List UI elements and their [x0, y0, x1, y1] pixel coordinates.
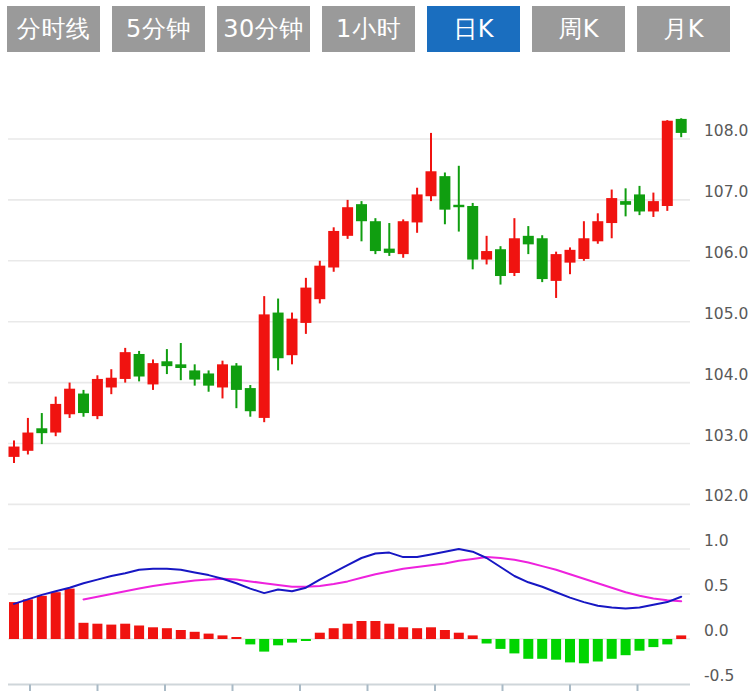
macd-hist-bar: [398, 627, 408, 639]
candle-wick: [458, 166, 460, 232]
candle: [342, 200, 353, 239]
candle-body: [467, 206, 478, 260]
candle-body: [259, 314, 270, 418]
tab-minute-line[interactable]: 分时线: [7, 6, 100, 52]
macd-hist-bar: [454, 633, 464, 639]
price-axis-label: 104.0: [704, 366, 748, 384]
price-axis-label: 103.0: [704, 427, 748, 445]
macd-hist-bar: [523, 639, 533, 659]
tab-1hour[interactable]: 1小时: [322, 6, 415, 52]
candle: [426, 133, 437, 201]
candle: [203, 370, 214, 391]
candle: [300, 278, 311, 334]
macd-histogram: [9, 589, 686, 664]
tab-daily-k[interactable]: 日K: [427, 6, 520, 52]
candle: [523, 226, 534, 254]
macd-hist-bar: [343, 624, 353, 639]
candle: [78, 390, 89, 417]
candle-body: [565, 250, 576, 263]
candle-body: [161, 361, 172, 366]
candle: [106, 369, 117, 394]
candle: [412, 188, 423, 233]
candle-body: [50, 404, 61, 433]
macd-axis-label: 0.5: [704, 577, 729, 595]
macd-axis-label: 0.0: [704, 622, 729, 640]
candle: [370, 218, 381, 254]
macd-hist-bar: [426, 627, 436, 639]
tab-5min[interactable]: 5分钟: [112, 6, 205, 52]
candle-body: [439, 176, 450, 209]
candle-body: [328, 231, 339, 268]
candle-body: [300, 288, 311, 323]
price-axis-labels: 108.0107.0106.0105.0104.0103.0102.0: [704, 122, 748, 505]
macd-axis-label: -0.5: [704, 667, 734, 685]
candle-body: [148, 363, 159, 384]
candle-body: [509, 238, 520, 273]
price-axis-label: 102.0: [704, 487, 748, 505]
candle-body: [92, 379, 103, 416]
candle: [287, 313, 298, 365]
candle: [509, 218, 520, 276]
candle-body: [78, 394, 89, 413]
interval-tabbar: 分时线5分钟30分钟1小时日K周K月K: [7, 6, 730, 52]
candle-body: [370, 221, 381, 251]
candle-body: [314, 266, 325, 299]
candle: [467, 203, 478, 269]
tab-weekly-k[interactable]: 周K: [532, 6, 625, 52]
candle-body: [537, 238, 548, 279]
macd-hist-bar: [120, 624, 130, 639]
candle-body: [175, 364, 186, 368]
candle-body: [453, 205, 464, 207]
candle-body: [634, 194, 645, 211]
candle: [578, 221, 589, 261]
macd-hist-bar: [384, 624, 394, 639]
macd-hist-bar: [607, 639, 617, 659]
tab-30min[interactable]: 30分钟: [217, 6, 310, 52]
candle: [217, 361, 228, 399]
candle-body: [134, 354, 145, 377]
candle: [161, 349, 172, 374]
macd-hist-bar: [106, 625, 116, 639]
macd-hist-bar: [357, 621, 367, 639]
candle: [620, 188, 631, 216]
candle: [662, 120, 673, 211]
candle: [64, 383, 75, 418]
candle: [120, 348, 131, 383]
candle-body: [384, 249, 395, 253]
kline-chart-canvas: 108.0107.0106.0105.0104.0103.0102.01.00.…: [0, 0, 754, 691]
macd-hist-bar: [329, 628, 339, 639]
macd-hist-bar: [190, 632, 200, 639]
candle: [453, 166, 464, 232]
candle: [537, 235, 548, 282]
candle-body: [22, 433, 33, 451]
candle: [148, 359, 159, 389]
macd-hist-bar: [635, 639, 645, 651]
candle-body: [342, 207, 353, 236]
price-axis-label: 106.0: [704, 244, 748, 262]
candle-body: [551, 254, 562, 281]
candle: [565, 247, 576, 274]
price-axis-label: 105.0: [704, 305, 748, 323]
candle-body: [662, 121, 673, 206]
macd-hist-bar: [551, 639, 561, 660]
kline-chart-area[interactable]: 108.0107.0106.0105.0104.0103.0102.01.00.…: [0, 0, 754, 691]
candle-body: [356, 204, 367, 221]
macd-hist-bar: [621, 639, 631, 655]
candle-body: [120, 352, 131, 379]
candle: [22, 418, 33, 455]
candle-body: [287, 319, 298, 356]
macd-hist-bar: [218, 635, 228, 639]
macd-hist-bar: [593, 639, 603, 662]
candle-body: [231, 366, 242, 390]
macd-hist-bar: [79, 623, 89, 639]
macd-hist-bar: [496, 639, 506, 649]
tab-monthly-k[interactable]: 月K: [637, 6, 730, 52]
candle-body: [426, 171, 437, 196]
macd-hist-bar: [370, 621, 380, 639]
candle-body: [495, 249, 506, 276]
candle: [259, 296, 270, 422]
candles: [9, 118, 687, 463]
candle-body: [106, 378, 117, 388]
macd-hist-bar: [9, 602, 19, 639]
candle-body: [273, 313, 284, 359]
